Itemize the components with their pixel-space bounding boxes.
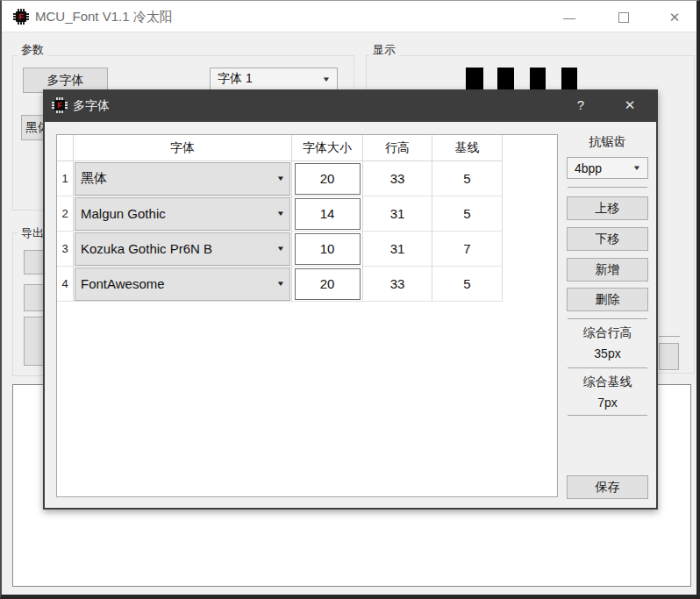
separator: [568, 415, 647, 416]
total-baseline-value: 7px: [567, 396, 648, 410]
header-line-height: 行高: [363, 135, 432, 161]
header-size: 字体大小: [292, 135, 363, 161]
app-window: F MCU_Font V1.1 冷太阳 — ✕ 参数 多字体 字体 1 ▼ 黑体…: [0, 0, 700, 599]
table-row: 4 FontAwesome▼ 20 33 5: [57, 267, 503, 302]
table-header-row: 字体 字体大小 行高 基线: [57, 135, 503, 161]
header-font: 字体: [74, 135, 292, 161]
separator: [568, 367, 647, 368]
display-partial-separator: [659, 336, 680, 337]
row-number: 1: [57, 161, 74, 196]
font-size-input-row4[interactable]: 20: [295, 268, 361, 300]
glyph-preview-bar: [466, 68, 483, 90]
antialias-select[interactable]: 4bpp ▼: [567, 157, 648, 179]
chevron-down-icon: ▼: [276, 280, 285, 288]
dialog-title: 多字体: [73, 98, 110, 114]
row-number: 3: [57, 232, 74, 267]
chevron-down-icon: ▼: [322, 75, 331, 83]
minimize-button[interactable]: —: [556, 10, 582, 25]
main-titlebar: F MCU_Font V1.1 冷太阳 — ✕: [2, 1, 696, 32]
header-rownum: [57, 135, 74, 161]
separator: [568, 318, 647, 319]
app-chip-icon: F: [13, 9, 29, 25]
line-height-cell[interactable]: 33: [363, 267, 432, 302]
move-down-button[interactable]: 下移: [567, 227, 648, 251]
table-row: 1 黑体▼ 20 33 5: [57, 161, 503, 196]
font-index-value: 字体 1: [218, 71, 253, 87]
table-row: 3 Kozuka Gothic Pr6N B▼ 10 31 7: [57, 232, 503, 267]
font-select-row2[interactable]: Malgun Gothic▼: [75, 197, 290, 231]
chevron-down-icon: ▼: [276, 175, 285, 182]
font-index-select[interactable]: 字体 1 ▼: [210, 68, 338, 90]
chevron-down-icon: ▼: [276, 210, 285, 217]
glyph-preview-bar: [497, 68, 514, 90]
header-baseline: 基线: [432, 135, 503, 161]
font-size-input-row1[interactable]: 20: [295, 163, 361, 195]
antialias-label: 抗锯齿: [567, 134, 648, 150]
display-group-label: 显示: [369, 43, 399, 56]
row-number: 4: [57, 267, 74, 302]
dialog-titlebar: F 多字体 ? ✕: [43, 89, 658, 122]
add-button[interactable]: 新增: [567, 258, 648, 282]
close-button[interactable]: ✕: [661, 10, 688, 25]
font-select-row3[interactable]: Kozuka Gothic Pr6N B▼: [75, 232, 290, 266]
maximize-icon: [618, 12, 629, 23]
baseline-cell[interactable]: 5: [432, 267, 503, 302]
line-height-cell[interactable]: 33: [363, 161, 432, 196]
glyph-preview-bar: [530, 68, 546, 90]
antialias-value: 4bpp: [575, 161, 602, 175]
font-size-input-row3[interactable]: 10: [295, 233, 361, 265]
baseline-cell[interactable]: 7: [432, 232, 503, 267]
dialog-chip-icon: F: [52, 97, 68, 113]
dialog-help-button[interactable]: ?: [569, 96, 592, 114]
table-row: 2 Malgun Gothic▼ 14 31 5: [57, 196, 503, 232]
baseline-cell[interactable]: 5: [432, 161, 503, 196]
row-number: 2: [57, 196, 74, 232]
chevron-down-icon: ▼: [276, 245, 285, 253]
multi-font-dialog: F 多字体 ? ✕ 字体 字体大小 行高 基线 1 黑体▼ 20 33 5: [43, 89, 658, 510]
total-baseline-label: 综合基线: [567, 374, 648, 390]
font-table: 字体 字体大小 行高 基线 1 黑体▼ 20 33 5 2 Malgun Got…: [56, 134, 558, 497]
dialog-close-button[interactable]: ✕: [618, 96, 641, 114]
line-height-cell[interactable]: 31: [363, 232, 432, 267]
baseline-cell[interactable]: 5: [432, 196, 503, 232]
window-title: MCU_Font V1.1 冷太阳: [35, 9, 173, 25]
glyph-preview-bar: [561, 68, 577, 90]
chevron-down-icon: ▼: [632, 164, 641, 172]
maximize-button[interactable]: [611, 10, 637, 25]
move-up-button[interactable]: 上移: [567, 196, 648, 220]
delete-button[interactable]: 删除: [567, 288, 648, 311]
separator: [568, 187, 647, 188]
total-line-height-value: 35px: [567, 346, 648, 360]
line-height-cell[interactable]: 31: [363, 196, 432, 232]
save-button[interactable]: 保存: [567, 475, 648, 499]
total-line-height-label: 综合行高: [567, 325, 648, 341]
params-group-label: 参数: [18, 43, 47, 56]
font-select-row1[interactable]: 黑体▼: [75, 162, 290, 196]
font-size-input-row2[interactable]: 14: [295, 198, 361, 230]
display-partial-button[interactable]: [659, 343, 679, 370]
font-select-row4[interactable]: FontAwesome▼: [75, 267, 290, 301]
